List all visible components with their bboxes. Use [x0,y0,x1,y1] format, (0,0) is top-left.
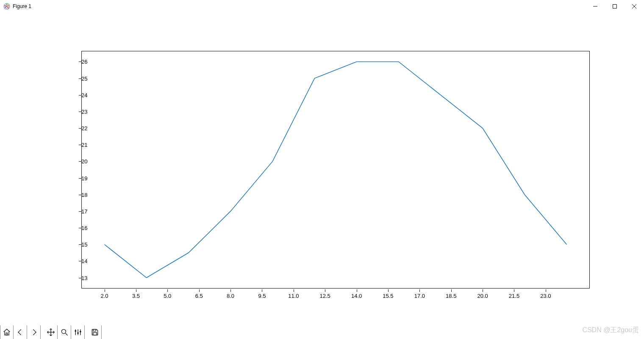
matplotlib-toolbar [0,325,644,339]
svg-rect-14 [77,333,78,334]
x-tick-label: 3.5 [132,293,140,299]
x-tick [230,289,231,292]
svg-rect-16 [80,331,81,333]
home-button[interactable] [0,325,14,339]
svg-point-9 [61,329,66,333]
y-tick [78,278,81,278]
x-tick-label: 11.0 [288,293,299,299]
minimize-button[interactable] [586,0,605,13]
x-tick [514,289,514,292]
x-tick [262,289,262,292]
pan-button[interactable] [44,325,58,339]
matplotlib-app-icon [3,3,10,10]
x-tick [483,289,483,292]
y-tick [78,112,81,112]
y-tick [78,95,81,95]
y-tick [78,228,81,228]
forward-button[interactable] [27,325,41,339]
save-button[interactable] [88,325,102,339]
x-tick-label: 15.5 [383,293,393,299]
x-tick [357,289,357,292]
y-tick [78,211,81,212]
x-tick-label: 23.0 [540,293,551,299]
line-plot [81,51,590,289]
configure-subplots-button[interactable] [71,325,85,339]
x-tick-label: 18.5 [446,293,456,299]
x-tick [388,289,389,292]
figure-canvas[interactable]: 13141516171819202122232425262.03.55.06.5… [0,13,644,331]
x-tick-label: 14.0 [351,293,362,299]
x-tick [105,289,105,292]
x-tick [136,289,136,292]
x-tick-label: 17.0 [414,293,425,299]
zoom-button[interactable] [58,325,71,339]
data-line [105,62,567,277]
svg-rect-3 [613,5,617,8]
x-tick [546,289,546,292]
maximize-button[interactable] [605,0,625,13]
y-tick [78,261,81,261]
window-controls [586,0,644,13]
x-tick [451,289,452,292]
svg-rect-17 [93,329,96,331]
x-tick [325,289,325,292]
y-tick [78,78,81,79]
x-tick-label: 8.0 [227,293,234,299]
svg-rect-6 [6,333,7,335]
x-tick-label: 6.5 [195,293,203,299]
svg-line-10 [65,333,67,336]
close-button[interactable] [625,0,644,13]
x-tick-label: 12.5 [320,293,330,299]
svg-rect-18 [93,333,96,335]
y-tick [78,178,81,179]
y-tick [78,145,81,145]
x-tick-label: 21.5 [509,293,519,299]
y-tick [78,244,81,245]
plot-axes: 13141516171819202122232425262.03.55.06.5… [81,51,590,289]
x-tick [199,289,200,292]
x-tick-label: 20.0 [477,293,488,299]
x-tick-label: 2.0 [100,293,108,299]
x-tick [167,289,168,292]
x-tick [419,289,420,292]
x-tick-label: 9.5 [258,293,266,299]
x-tick [294,289,294,292]
y-tick [78,128,81,129]
x-tick-label: 5.0 [164,293,171,299]
window-titlebar: Figure 1 [0,0,644,13]
svg-rect-12 [75,331,76,332]
y-tick [78,161,81,162]
y-tick [78,195,81,195]
window-title: Figure 1 [13,3,31,9]
y-tick [78,62,81,62]
back-button[interactable] [14,325,27,339]
